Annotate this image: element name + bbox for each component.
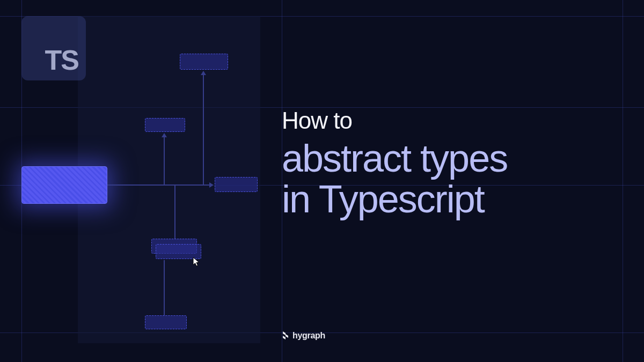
diagram-node [145,118,185,132]
hygraph-icon [282,331,289,340]
typescript-badge: TS [21,16,86,80]
diagram-node [180,54,228,70]
connector [164,134,165,185]
brand-logo: hygraph [282,331,325,341]
title-main-line1: abstract types [282,138,507,179]
cursor-icon [192,256,201,267]
grid-line-v [623,0,623,362]
connector [164,260,165,315]
diagram-node [145,315,187,329]
brand-name: hygraph [292,331,325,341]
diagram-node-main [21,166,107,204]
diagram-node [215,177,258,192]
title-block: How to abstract types in Typescript [282,107,507,219]
typescript-badge-text: TS [45,44,78,76]
connector [174,185,175,239]
connector [203,72,204,185]
arrow-icon [209,182,214,188]
connector [107,184,212,186]
title-eyebrow: How to [282,107,507,134]
title-main-line2: in Typescript [282,179,507,220]
arrow-icon [162,133,167,137]
arrow-icon [201,71,206,75]
